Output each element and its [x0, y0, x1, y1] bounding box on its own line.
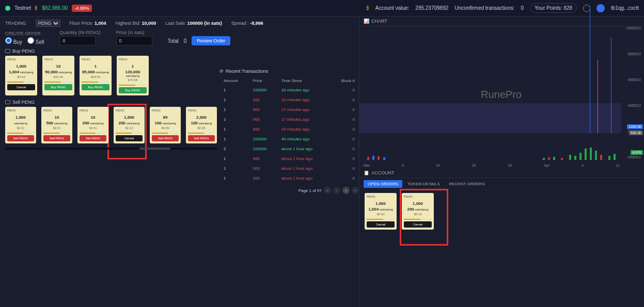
sell-radio[interactable]: Sell: [27, 37, 44, 45]
chart-icon: 📊: [364, 19, 369, 24]
card-action-button[interactable]: Sell PENG: [188, 135, 215, 141]
card-action-button[interactable]: Buy PENG: [44, 84, 72, 90]
price-tag-gray: 560.00: [629, 131, 643, 135]
card-action-button[interactable]: Sell PENG: [43, 135, 70, 141]
card-action-button[interactable]: Cancel: [7, 84, 35, 90]
card-usd: $0.63: [367, 213, 395, 216]
page-next-button[interactable]: ›: [342, 187, 350, 194]
tx-row[interactable]: 1900about 1 hour ago0: [221, 164, 358, 173]
card-ticker: PENG: [119, 58, 147, 61]
order-card: PENG 1 85,000 sats/peng $53.54 Buy PENG: [80, 56, 112, 95]
right-pane: 📊 CHART RunePro 100000.080000.060000.040…: [359, 17, 643, 307]
card-action-button[interactable]: Sell PENG: [152, 135, 179, 141]
card-amount: 1: [119, 64, 147, 69]
volume-bar: [543, 158, 545, 160]
account-tabs: OPEN ORDERS TOKEN DETAILS RECENT ORDERS: [359, 178, 643, 190]
card-amount: 1,000: [116, 115, 143, 120]
tx-row[interactable]: 190018 minutes ago0: [221, 125, 358, 134]
card-amount: 10: [80, 115, 106, 120]
card-action-button[interactable]: Buy PENG: [82, 84, 109, 90]
card-action-button[interactable]: Cancel: [116, 135, 143, 141]
account-value-label: Account value:: [375, 5, 410, 11]
globe-icon[interactable]: [583, 5, 590, 12]
order-card: PENG 1 120,000 sats/peng $75.58 Buy PENG: [117, 56, 149, 95]
card-bar: [82, 82, 109, 83]
card-usd: $31.40: [44, 75, 72, 78]
buy-radio[interactable]: Buy: [5, 37, 22, 45]
order-card: PENG 1,000 1,004 sats/peng $0.63 Cancel: [5, 56, 37, 95]
card-bar: [44, 82, 72, 83]
card-rate: 50,000 sats/peng: [44, 70, 72, 74]
tx-row[interactable]: 120016 minutes ago0: [221, 95, 358, 104]
quantity-input[interactable]: [59, 36, 96, 45]
volume-bar: [569, 155, 571, 160]
card-usd: $0.06: [152, 126, 179, 130]
volume-bar: [574, 156, 576, 160]
card-usd: $53.54: [82, 75, 109, 78]
card-usd: $2.13: [116, 126, 143, 130]
card-action-button[interactable]: Cancel: [404, 221, 432, 228]
card-usd: $75.58: [119, 78, 147, 82]
volume-bar: [595, 151, 597, 160]
order-card: PENG 1,000 200 sats/peng $0.13 Cancel: [402, 193, 434, 230]
volume-bar: [548, 157, 550, 160]
card-usd: $2.01: [80, 126, 106, 130]
total-label: Total: [168, 38, 179, 44]
order-card: PENG 1,000 sats/peng $2.01 Sell PENG: [5, 107, 36, 143]
card-amount: 10: [43, 115, 70, 120]
wallet-address[interactable]: tb1qg...cxctt: [611, 5, 639, 11]
card-usd: $2.01: [43, 126, 70, 130]
tx-row[interactable]: 2100000about 1 hour ago0: [221, 144, 358, 153]
card-amount: 1,000: [7, 115, 34, 120]
account-icon: 📋: [364, 170, 369, 175]
sell-scrollbar[interactable]: [5, 148, 217, 150]
cart-icon: [5, 49, 10, 53]
tx-row[interactable]: 110000040 minutes ago0: [221, 135, 358, 143]
card-bar: [404, 219, 432, 220]
avatar-icon[interactable]: [596, 4, 605, 12]
sell-cards-row: PENG 1,000 sats/peng $2.01 Sell PENGPENG…: [5, 107, 217, 143]
tab-recent-orders[interactable]: RECENT ORDERS: [445, 180, 489, 188]
points-pill[interactable]: Your Points: 828: [530, 3, 577, 13]
card-rate: 1,004 sats/peng: [7, 70, 35, 74]
card-usd: $0.06: [188, 126, 215, 130]
tab-open-orders[interactable]: OPEN ORDERS: [364, 180, 402, 188]
card-amount: 1,000: [404, 201, 432, 206]
card-action-button[interactable]: Cancel: [367, 221, 395, 228]
card-ticker: PENG: [367, 195, 395, 198]
tx-row[interactable]: 1900about 1 hour ago0: [221, 174, 358, 183]
page-last-button[interactable]: »: [352, 187, 359, 194]
volume-bar: [378, 156, 380, 160]
chart-area[interactable]: RunePro 100000.080000.060000.040000.0200…: [359, 26, 643, 168]
price-input[interactable]: [116, 36, 152, 45]
card-amount: 1,000: [7, 64, 35, 69]
page-prev-button[interactable]: ‹: [333, 187, 340, 194]
card-action-button[interactable]: Buy PENG: [119, 87, 147, 93]
card-ticker: PENG: [188, 109, 215, 112]
page-first-button[interactable]: «: [324, 187, 331, 194]
card-rate: 200 sats/peng: [116, 121, 143, 125]
transactions-table: Amount Price Time Since Block # 11000001…: [219, 76, 359, 184]
tx-row[interactable]: 190017 minutes ago0: [221, 115, 358, 124]
price-spike: [598, 60, 598, 133]
tx-row[interactable]: 1900about 1 hour ago0: [221, 154, 358, 163]
tx-row[interactable]: 190017 minutes ago0: [221, 105, 358, 114]
card-rate: 500 sats/peng: [43, 121, 70, 125]
card-rate: 100 sats/peng: [152, 121, 179, 125]
tx-row[interactable]: 110000016 minutes ago0: [221, 86, 358, 94]
card-rate: 85,000 sats/peng: [82, 70, 109, 74]
tab-token-details[interactable]: TOKEN DETAILS: [403, 180, 444, 188]
card-bar: [119, 85, 147, 86]
card-action-button[interactable]: Sell PENG: [80, 135, 106, 141]
network-label: Testnet: [14, 5, 31, 11]
cart-icon: [5, 100, 10, 104]
buy-section-header: Buy PENG: [5, 49, 354, 54]
unconfirmed-count: 0: [521, 5, 524, 11]
review-order-button[interactable]: Review Order: [192, 36, 230, 45]
volume-bar: [614, 154, 616, 160]
card-ticker: PENG: [82, 58, 109, 61]
volume-bar: [372, 156, 374, 160]
token-select[interactable]: PENG: [36, 20, 60, 27]
card-action-button[interactable]: Sell PENG: [7, 135, 34, 141]
order-card: PENG 89 100 sats/peng $0.06 Sell PENG: [150, 107, 181, 143]
